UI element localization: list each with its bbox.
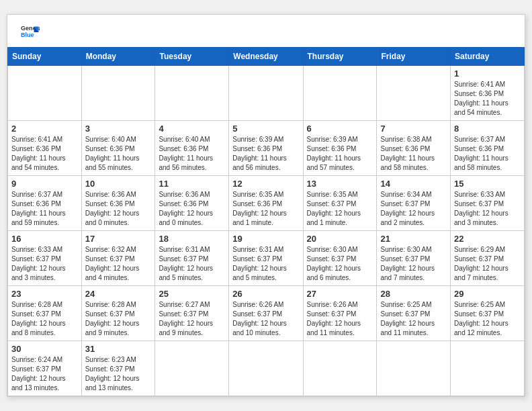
day-cell: 11Sunrise: 6:36 AM Sunset: 6:36 PM Dayli… <box>155 176 229 231</box>
day-number: 19 <box>232 234 299 244</box>
weekday-thursday: Thursday <box>303 48 377 66</box>
day-info: Sunrise: 6:24 AM Sunset: 6:37 PM Dayligh… <box>11 356 66 392</box>
day-info: Sunrise: 6:25 AM Sunset: 6:37 PM Dayligh… <box>380 301 435 336</box>
day-info: Sunrise: 6:39 AM Sunset: 6:36 PM Dayligh… <box>232 136 287 171</box>
week-row-5: 23Sunrise: 6:28 AM Sunset: 6:37 PM Dayli… <box>8 286 525 341</box>
day-cell: 18Sunrise: 6:31 AM Sunset: 6:37 PM Dayli… <box>155 231 229 286</box>
day-cell: 22Sunrise: 6:29 AM Sunset: 6:37 PM Dayli… <box>451 231 525 286</box>
day-info: Sunrise: 6:32 AM Sunset: 6:37 PM Dayligh… <box>85 246 140 281</box>
day-cell: 19Sunrise: 6:31 AM Sunset: 6:37 PM Dayli… <box>229 231 303 286</box>
day-number: 18 <box>159 234 225 244</box>
day-info: Sunrise: 6:38 AM Sunset: 6:36 PM Dayligh… <box>380 136 435 171</box>
day-cell: 27Sunrise: 6:26 AM Sunset: 6:37 PM Dayli… <box>303 286 377 341</box>
day-cell <box>155 341 229 396</box>
day-cell: 3Sunrise: 6:40 AM Sunset: 6:36 PM Daylig… <box>81 121 155 176</box>
day-info: Sunrise: 6:35 AM Sunset: 6:37 PM Dayligh… <box>307 191 361 226</box>
day-cell: 20Sunrise: 6:30 AM Sunset: 6:37 PM Dayli… <box>303 231 377 286</box>
weekday-saturday: Saturday <box>451 48 525 66</box>
day-cell <box>8 66 82 121</box>
day-number: 6 <box>307 124 373 134</box>
weekday-monday: Monday <box>81 48 155 66</box>
day-info: Sunrise: 6:23 AM Sunset: 6:37 PM Dayligh… <box>85 356 140 392</box>
day-info: Sunrise: 6:35 AM Sunset: 6:36 PM Dayligh… <box>232 191 287 226</box>
weekday-wednesday: Wednesday <box>229 48 303 66</box>
weekday-friday: Friday <box>377 48 451 66</box>
logo: General Blue <box>21 23 40 42</box>
day-number: 28 <box>380 289 447 299</box>
day-number: 14 <box>380 179 447 189</box>
day-number: 31 <box>85 344 152 354</box>
day-info: Sunrise: 6:26 AM Sunset: 6:37 PM Dayligh… <box>307 301 361 336</box>
day-info: Sunrise: 6:37 AM Sunset: 6:36 PM Dayligh… <box>454 136 508 171</box>
day-info: Sunrise: 6:26 AM Sunset: 6:37 PM Dayligh… <box>232 301 287 336</box>
day-cell: 24Sunrise: 6:28 AM Sunset: 6:37 PM Dayli… <box>81 286 155 341</box>
day-cell: 28Sunrise: 6:25 AM Sunset: 6:37 PM Dayli… <box>377 286 451 341</box>
day-cell: 15Sunrise: 6:33 AM Sunset: 6:37 PM Dayli… <box>451 176 525 231</box>
day-info: Sunrise: 6:39 AM Sunset: 6:36 PM Dayligh… <box>307 136 361 171</box>
day-cell: 21Sunrise: 6:30 AM Sunset: 6:37 PM Dayli… <box>377 231 451 286</box>
day-info: Sunrise: 6:36 AM Sunset: 6:36 PM Dayligh… <box>85 191 140 226</box>
day-number: 10 <box>85 179 152 189</box>
day-cell: 4Sunrise: 6:40 AM Sunset: 6:36 PM Daylig… <box>155 121 229 176</box>
day-cell: 30Sunrise: 6:24 AM Sunset: 6:37 PM Dayli… <box>8 341 82 396</box>
day-cell: 17Sunrise: 6:32 AM Sunset: 6:37 PM Dayli… <box>81 231 155 286</box>
day-number: 15 <box>454 179 521 189</box>
day-number: 5 <box>232 124 299 134</box>
weekday-tuesday: Tuesday <box>155 48 229 66</box>
week-row-4: 16Sunrise: 6:33 AM Sunset: 6:37 PM Dayli… <box>8 231 525 286</box>
day-info: Sunrise: 6:41 AM Sunset: 6:36 PM Dayligh… <box>11 136 66 171</box>
day-cell <box>303 341 377 396</box>
day-info: Sunrise: 6:27 AM Sunset: 6:37 PM Dayligh… <box>159 301 213 336</box>
week-row-3: 9Sunrise: 6:37 AM Sunset: 6:36 PM Daylig… <box>8 176 525 231</box>
day-number: 24 <box>85 289 152 299</box>
week-row-6: 30Sunrise: 6:24 AM Sunset: 6:37 PM Dayli… <box>8 341 525 396</box>
day-cell: 9Sunrise: 6:37 AM Sunset: 6:36 PM Daylig… <box>8 176 82 231</box>
day-number: 20 <box>307 234 373 244</box>
day-number: 4 <box>159 124 225 134</box>
day-number: 27 <box>307 289 373 299</box>
day-info: Sunrise: 6:36 AM Sunset: 6:36 PM Dayligh… <box>159 191 213 226</box>
weekday-header-row: SundayMondayTuesdayWednesdayThursdayFrid… <box>8 48 525 66</box>
svg-text:Blue: Blue <box>21 32 34 38</box>
day-number: 17 <box>85 234 152 244</box>
day-info: Sunrise: 6:25 AM Sunset: 6:37 PM Dayligh… <box>454 301 508 336</box>
day-number: 16 <box>11 234 78 244</box>
day-number: 3 <box>85 124 152 134</box>
calendar-table: SundayMondayTuesdayWednesdayThursdayFrid… <box>7 47 525 396</box>
day-cell: 5Sunrise: 6:39 AM Sunset: 6:36 PM Daylig… <box>229 121 303 176</box>
day-info: Sunrise: 6:33 AM Sunset: 6:37 PM Dayligh… <box>11 246 66 281</box>
day-number: 12 <box>232 179 299 189</box>
day-info: Sunrise: 6:31 AM Sunset: 6:37 PM Dayligh… <box>159 246 213 281</box>
day-number: 1 <box>454 68 521 79</box>
day-number: 2 <box>11 124 78 134</box>
day-info: Sunrise: 6:40 AM Sunset: 6:36 PM Dayligh… <box>85 136 140 171</box>
day-number: 23 <box>11 289 78 299</box>
day-cell: 25Sunrise: 6:27 AM Sunset: 6:37 PM Dayli… <box>155 286 229 341</box>
day-cell <box>81 66 155 121</box>
day-cell <box>377 66 451 121</box>
calendar-header: General Blue <box>7 15 525 47</box>
day-cell: 31Sunrise: 6:23 AM Sunset: 6:37 PM Dayli… <box>81 341 155 396</box>
day-number: 13 <box>307 179 373 189</box>
day-cell: 12Sunrise: 6:35 AM Sunset: 6:36 PM Dayli… <box>229 176 303 231</box>
day-cell: 13Sunrise: 6:35 AM Sunset: 6:37 PM Dayli… <box>303 176 377 231</box>
day-number: 26 <box>232 289 299 299</box>
day-cell: 7Sunrise: 6:38 AM Sunset: 6:36 PM Daylig… <box>377 121 451 176</box>
day-number: 11 <box>159 179 225 189</box>
day-number: 9 <box>11 179 78 189</box>
day-info: Sunrise: 6:30 AM Sunset: 6:37 PM Dayligh… <box>380 246 435 281</box>
day-info: Sunrise: 6:30 AM Sunset: 6:37 PM Dayligh… <box>307 246 361 281</box>
day-number: 25 <box>159 289 225 299</box>
day-info: Sunrise: 6:28 AM Sunset: 6:37 PM Dayligh… <box>85 301 140 336</box>
day-info: Sunrise: 6:28 AM Sunset: 6:37 PM Dayligh… <box>11 301 66 336</box>
day-number: 8 <box>454 124 521 134</box>
day-number: 29 <box>454 289 521 299</box>
day-cell <box>377 341 451 396</box>
day-cell: 16Sunrise: 6:33 AM Sunset: 6:37 PM Dayli… <box>8 231 82 286</box>
day-info: Sunrise: 6:37 AM Sunset: 6:36 PM Dayligh… <box>11 191 66 226</box>
day-number: 22 <box>454 234 521 244</box>
logo-icon: General Blue <box>21 23 40 42</box>
day-cell: 1Sunrise: 6:41 AM Sunset: 6:36 PM Daylig… <box>451 66 525 121</box>
day-cell: 8Sunrise: 6:37 AM Sunset: 6:36 PM Daylig… <box>451 121 525 176</box>
day-cell <box>451 341 525 396</box>
